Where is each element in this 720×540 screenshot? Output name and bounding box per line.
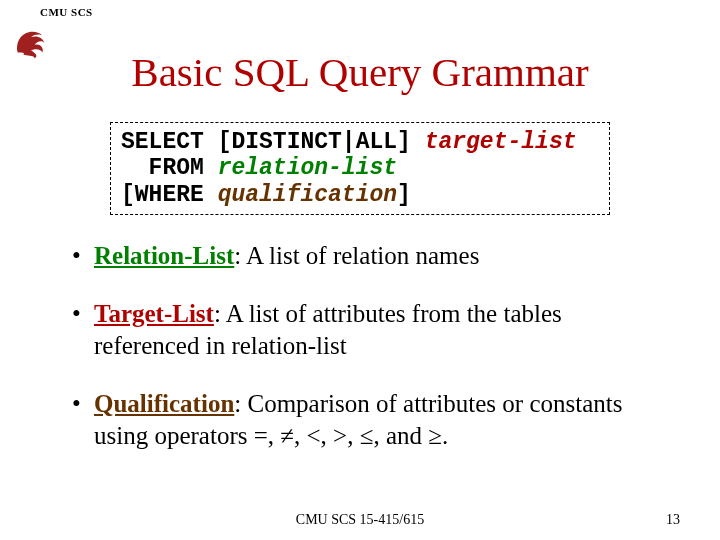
code-distinct: [DISTINCT|ALL] — [218, 129, 411, 155]
header-label: CMU SCS — [40, 6, 93, 18]
slide-title: Basic SQL Query Grammar — [0, 48, 720, 96]
code-where-kw: [WHERE — [121, 182, 218, 208]
footer-course: CMU SCS 15-415/615 — [0, 512, 720, 528]
term-target-list: Target-List — [94, 300, 214, 327]
code-where-close: ] — [397, 182, 411, 208]
list-item: Qualification: Comparison of attributes … — [72, 388, 672, 452]
list-item: Relation-List: A list of relation names — [72, 240, 672, 272]
list-item: Target-List: A list of attributes from t… — [72, 298, 672, 362]
code-target-list: target-list — [411, 129, 577, 155]
code-from-kw: FROM — [121, 155, 218, 181]
header: CMU SCS — [40, 6, 93, 18]
code-relation-list: relation-list — [218, 155, 397, 181]
sql-grammar-box: SELECT [DISTINCT|ALL] target-list FROM r… — [110, 122, 610, 215]
list-item-text: : A list of relation names — [234, 242, 479, 269]
term-qualification: Qualification — [94, 390, 234, 417]
code-qualification: qualification — [218, 182, 397, 208]
code-select-kw: SELECT — [121, 129, 218, 155]
footer-page-number: 13 — [666, 512, 680, 528]
term-relation-list: Relation-List — [94, 242, 234, 269]
bullet-list: Relation-List: A list of relation names … — [72, 240, 672, 478]
